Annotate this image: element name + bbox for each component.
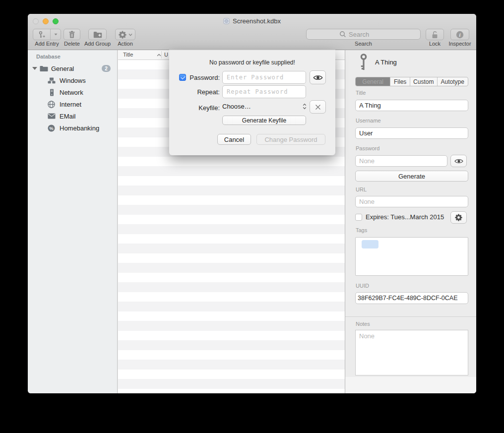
add-group-group: Add Group [88, 29, 107, 40]
workgroup-icon [48, 77, 56, 84]
clear-keyfile-button[interactable] [310, 100, 326, 114]
action-group: Action [115, 29, 135, 40]
group-sidebar: Database General 2 Windows Network [28, 50, 118, 393]
svg-text:i: i [459, 32, 461, 38]
expires-checkbox[interactable] [355, 214, 362, 221]
keyfile-popup[interactable]: Choose… [222, 101, 311, 112]
percent-icon: % [48, 124, 55, 132]
sidebar-item-email[interactable]: EMail [28, 110, 117, 122]
add-entry-main[interactable] [33, 29, 51, 40]
trash-icon [68, 31, 75, 38]
sidebar-item-label: Homebanking [60, 124, 99, 132]
lock-label: Lock [429, 41, 441, 47]
chevron-down-icon [128, 33, 132, 36]
generate-keyfile-button[interactable]: Generate Keyfile [222, 116, 306, 125]
disclosure-triangle-icon[interactable] [32, 67, 37, 70]
url-field-label: URL [356, 186, 367, 192]
sidebar-item-label: Windows [60, 77, 86, 84]
add-group-button[interactable] [88, 29, 107, 40]
expires-label: Expires: Tues...March 2015 [366, 213, 444, 221]
enter-password-input[interactable] [222, 71, 306, 84]
delete-group: Delete [63, 29, 80, 40]
repeat-label: Repeat: [180, 88, 220, 96]
lock-group: Lock [426, 29, 444, 40]
notes-field[interactable] [355, 330, 468, 375]
window-title-area[interactable]: Screenshot.kdbx [28, 14, 476, 28]
add-entry-group: Add Entry [33, 29, 61, 40]
sidebar-item-internet[interactable]: Internet [28, 98, 117, 110]
uuid-label: UUID [356, 283, 369, 289]
notes-label: Notes [356, 321, 370, 327]
tab-general[interactable]: General [356, 77, 390, 86]
tab-autotype[interactable]: Autotype [437, 77, 468, 86]
uuid-field[interactable] [355, 292, 468, 304]
reveal-password-button[interactable] [450, 155, 467, 167]
key-icon [359, 54, 369, 71]
sort-ascending-icon [157, 54, 161, 57]
delete-button[interactable] [63, 29, 80, 40]
repeat-password-input[interactable] [222, 85, 306, 98]
search-icon [339, 31, 346, 38]
tags-label: Tags [356, 227, 367, 233]
url-field[interactable] [355, 196, 468, 207]
add-group-label: Add Group [84, 41, 111, 47]
sidebar-item-network[interactable]: Network [28, 86, 117, 98]
cancel-button[interactable]: Cancel [217, 134, 251, 145]
search-label: Search [355, 41, 372, 47]
tags-box[interactable] [355, 237, 468, 276]
column-divider[interactable] [161, 51, 162, 59]
change-password-button[interactable]: Change Password [256, 134, 325, 145]
action-button[interactable] [115, 29, 135, 40]
lock-open-icon [431, 31, 439, 39]
inspector-tabs: General Files Custom Autotype [355, 77, 468, 86]
sidebar-item-windows[interactable]: Windows [28, 74, 117, 86]
inspector-footer [345, 377, 476, 393]
generate-password-button[interactable]: Generate [355, 171, 468, 182]
inspector-group: i Inspector [450, 29, 469, 40]
column-header-title[interactable]: Title [123, 52, 133, 58]
eye-icon [454, 158, 463, 164]
sidebar-item-general[interactable]: General 2 [28, 62, 117, 74]
search-group: Search [306, 29, 421, 40]
sidebar-item-label: Internet [60, 101, 81, 108]
svg-text:%: % [49, 125, 53, 130]
globe-icon [48, 101, 55, 108]
close-x-icon [315, 104, 321, 110]
show-password-button[interactable] [310, 70, 326, 84]
server-icon [48, 89, 56, 96]
sidebar-item-homebanking[interactable]: % Homebanking [28, 122, 117, 134]
document-proxy-icon [223, 18, 230, 24]
stepper-icon [303, 103, 307, 110]
inspector-panel: A Thing General Files Custom Autotype Ti… [345, 50, 476, 393]
sidebar-section-header: Database [36, 54, 61, 60]
folder-plus-icon [93, 31, 102, 38]
title-field-label: Title [356, 90, 366, 96]
password-dialog: No password or keyfile supplied! Passwor… [169, 50, 335, 155]
keyfile-popup-value: Choose… [222, 103, 251, 110]
title-field[interactable] [355, 100, 468, 111]
eye-icon [313, 74, 323, 81]
tab-custom[interactable]: Custom [410, 77, 437, 86]
app-window: Screenshot.kdbx Add Entry Delete [28, 14, 476, 393]
expires-settings-button[interactable] [450, 211, 467, 224]
username-field-label: Username [356, 118, 381, 124]
gear-icon [119, 31, 126, 39]
sidebar-item-label: General [51, 65, 74, 72]
entry-title: A Thing [375, 59, 397, 66]
search-input[interactable] [349, 31, 408, 38]
add-entry-button[interactable] [33, 29, 61, 40]
group-count-badge: 2 [102, 65, 111, 72]
inspector-button[interactable]: i [450, 29, 469, 40]
search-field[interactable] [306, 29, 421, 40]
tab-files[interactable]: Files [390, 77, 410, 86]
sidebar-item-label: EMail [60, 113, 76, 120]
window-title: Screenshot.kdbx [233, 17, 281, 25]
dialog-message: No password or keyfile supplied! [169, 59, 335, 66]
add-entry-dropdown[interactable] [51, 29, 61, 40]
password-field[interactable] [355, 155, 447, 167]
keyfile-label: Keyfile: [180, 104, 220, 112]
username-field[interactable] [355, 127, 468, 139]
tag-pill[interactable] [362, 240, 378, 248]
lock-button[interactable] [426, 29, 444, 40]
column-header-username[interactable]: U [164, 52, 168, 58]
